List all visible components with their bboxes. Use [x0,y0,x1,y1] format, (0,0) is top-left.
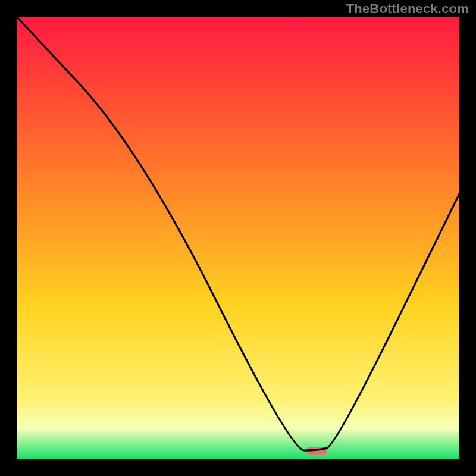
chart-frame: TheBottleneck.com [0,0,476,476]
chart-svg [17,17,459,459]
gradient-background [17,17,459,459]
watermark-text: TheBottleneck.com [346,1,469,17]
plot-area [17,17,459,459]
